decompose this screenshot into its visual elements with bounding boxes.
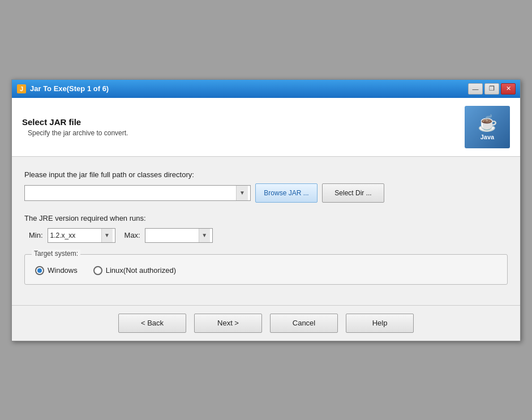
jre-min-item: Min: 1.2.x_xx ▼	[29, 228, 115, 243]
path-label: Please input the jar file full path or c…	[24, 170, 508, 179]
radio-row: Windows Linux(Not authorized)	[35, 266, 497, 275]
jre-label: The JRE version required when runs:	[24, 214, 508, 222]
path-input[interactable]	[27, 189, 236, 197]
max-combo-arrow[interactable]: ▼	[199, 229, 210, 242]
window-title: Jar To Exe(Step 1 of 6)	[30, 84, 465, 93]
content-area: Please input the jar file full path or c…	[12, 157, 520, 305]
windows-radio-circle[interactable]	[35, 266, 44, 275]
minimize-button[interactable]: —	[468, 83, 483, 95]
main-window: J Jar To Exe(Step 1 of 6) — ❐ ✕ Select J…	[11, 79, 521, 341]
next-button[interactable]: Next >	[194, 314, 262, 333]
path-combo-arrow[interactable]: ▼	[236, 186, 248, 200]
back-button[interactable]: < Back	[118, 314, 186, 333]
path-section: Please input the jar file full path or c…	[24, 170, 508, 203]
java-cup-icon: ☕	[478, 114, 497, 132]
linux-radio-item[interactable]: Linux(Not authorized)	[93, 266, 176, 275]
browse-jar-button[interactable]: Browse JAR ...	[255, 183, 318, 203]
linux-radio-label: Linux(Not authorized)	[106, 266, 176, 275]
path-input-row: ▼ Browse JAR ... Select Dir ...	[24, 183, 508, 203]
min-combo-value: 1.2.x_xx	[50, 232, 101, 239]
java-logo: ☕ Java	[465, 106, 510, 148]
cancel-button[interactable]: Cancel	[270, 314, 338, 333]
linux-radio-circle[interactable]	[93, 266, 102, 275]
min-combo-arrow[interactable]: ▼	[101, 229, 113, 242]
app-icon: J	[16, 84, 27, 94]
max-label: Max:	[125, 231, 140, 239]
windows-radio-item[interactable]: Windows	[35, 266, 78, 275]
min-label: Min:	[29, 231, 43, 239]
title-bar: J Jar To Exe(Step 1 of 6) — ❐ ✕	[12, 80, 520, 98]
java-label: Java	[480, 134, 494, 140]
header-title: Select JAR file	[22, 117, 128, 127]
close-button[interactable]: ✕	[501, 83, 516, 95]
jre-max-item: Max: ▼	[125, 228, 213, 243]
footer: < Back Next > Cancel Help	[12, 306, 520, 341]
svg-text:J: J	[20, 85, 23, 92]
target-legend: Target system:	[32, 250, 80, 258]
min-combo[interactable]: 1.2.x_xx ▼	[48, 228, 115, 243]
windows-radio-label: Windows	[48, 266, 78, 275]
path-combo[interactable]: ▼	[24, 185, 251, 201]
window-controls: — ❐ ✕	[468, 83, 516, 95]
select-dir-button[interactable]: Select Dir ...	[322, 183, 384, 203]
header-text: Select JAR file Specify the jar archive …	[22, 117, 128, 137]
max-combo[interactable]: ▼	[145, 228, 213, 243]
jre-row: Min: 1.2.x_xx ▼ Max: ▼	[29, 228, 508, 243]
restore-button[interactable]: ❐	[484, 83, 499, 95]
jre-section: The JRE version required when runs: Min:…	[24, 214, 508, 243]
help-button[interactable]: Help	[346, 314, 414, 333]
header-section: Select JAR file Specify the jar archive …	[12, 98, 520, 157]
target-system-group: Target system: Windows Linux(Not authori…	[24, 254, 508, 285]
header-subtitle: Specify the jar archive to convert.	[28, 129, 128, 137]
